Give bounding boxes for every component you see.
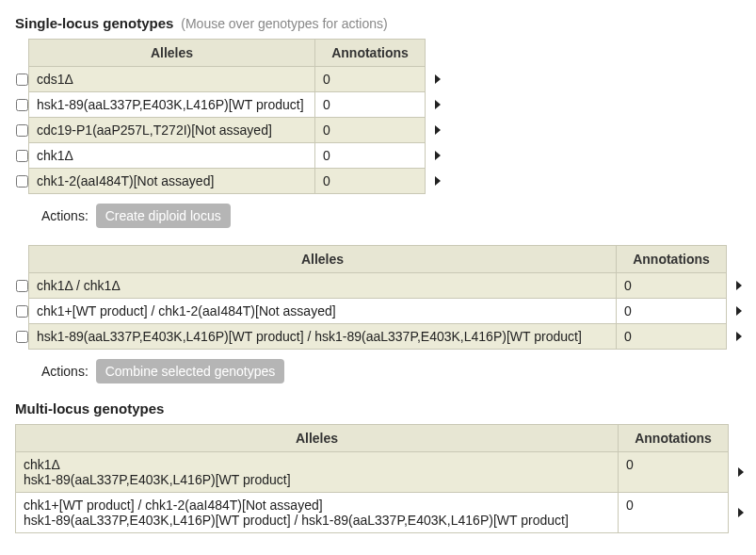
annotation-cell: 0 <box>315 118 426 143</box>
table-row[interactable]: chk1+[WT product] / chk1-2(aaI484T)[Not … <box>16 493 752 533</box>
row-checkbox-cell <box>15 273 29 299</box>
single-actions: Actions: Create diploid locus <box>41 204 741 228</box>
row-arrow-cell <box>727 324 750 350</box>
allele-cell: hsk1-89(aaL337P,E403K,L416P)[WT product]… <box>29 324 617 350</box>
allele-cell: chk1Δ <box>29 143 315 169</box>
annotation-cell: 0 <box>619 493 729 533</box>
row-arrow-cell <box>727 299 750 324</box>
expand-arrow-icon[interactable] <box>435 125 441 135</box>
row-arrow-cell <box>729 452 752 493</box>
table-row[interactable]: chk1Δ0 <box>15 143 448 169</box>
row-checkbox-cell <box>15 143 29 169</box>
create-diploid-button[interactable]: Create diploid locus <box>96 204 231 228</box>
row-checkbox-cell <box>15 299 29 324</box>
row-checkbox[interactable] <box>16 175 28 188</box>
allele-cell: cdc19-P1(aaP257L,T272I)[Not assayed] <box>29 118 315 143</box>
diploid-actions: Actions: Combine selected genotypes <box>41 359 741 384</box>
table-row[interactable]: cds1Δ0 <box>15 67 448 92</box>
row-arrow-cell <box>426 92 449 118</box>
allele-cell: chk1Δhsk1-89(aaL337P,E403K,L416P)[WT pro… <box>16 452 619 493</box>
alleles-header: Alleles <box>16 425 619 452</box>
table-row[interactable]: cdc19-P1(aaP257L,T272I)[Not assayed]0 <box>15 118 448 143</box>
allele-cell: chk1+[WT product] / chk1-2(aaI484T)[Not … <box>29 299 617 324</box>
expand-arrow-icon[interactable] <box>738 508 744 517</box>
multi-locus-table: Alleles Annotations chk1Δhsk1-89(aaL337P… <box>15 424 752 533</box>
row-checkbox-cell <box>15 92 29 118</box>
row-checkbox[interactable] <box>16 280 28 292</box>
expand-arrow-icon[interactable] <box>435 176 441 186</box>
annotation-cell: 0 <box>315 143 426 169</box>
alleles-header: Alleles <box>29 246 617 273</box>
table-row[interactable]: hsk1-89(aaL337P,E403K,L416P)[WT product]… <box>15 92 448 118</box>
annotation-cell: 0 <box>617 299 727 324</box>
annotations-header: Annotations <box>315 40 426 67</box>
row-checkbox-cell <box>15 169 29 194</box>
annotation-cell: 0 <box>315 169 426 194</box>
arrow-header <box>727 246 750 273</box>
alleles-header: Alleles <box>29 40 315 67</box>
expand-arrow-icon[interactable] <box>736 332 742 341</box>
annotations-header: Annotations <box>619 425 729 452</box>
allele-cell: chk1+[WT product] / chk1-2(aaI484T)[Not … <box>16 493 619 533</box>
checkbox-header <box>15 246 29 273</box>
actions-label: Actions: <box>41 208 88 223</box>
combine-genotypes-button[interactable]: Combine selected genotypes <box>96 359 285 384</box>
table-row[interactable]: chk1Δhsk1-89(aaL337P,E403K,L416P)[WT pro… <box>16 452 752 493</box>
annotation-cell: 0 <box>617 273 727 299</box>
single-locus-hint: (Mouse over genotypes for actions) <box>181 16 387 31</box>
arrow-header <box>729 425 752 452</box>
row-checkbox[interactable] <box>16 305 28 318</box>
table-row[interactable]: chk1-2(aaI484T)[Not assayed]0 <box>15 169 448 194</box>
single-locus-section: Single-locus genotypes (Mouse over genot… <box>15 15 741 384</box>
table-row[interactable]: chk1Δ / chk1Δ0 <box>15 273 749 299</box>
row-checkbox[interactable] <box>16 73 28 86</box>
row-arrow-cell <box>727 273 750 299</box>
row-checkbox[interactable] <box>16 124 28 137</box>
expand-arrow-icon[interactable] <box>435 74 441 84</box>
arrow-header <box>426 40 449 67</box>
expand-arrow-icon[interactable] <box>738 467 744 477</box>
allele-cell: hsk1-89(aaL337P,E403K,L416P)[WT product] <box>29 92 315 118</box>
expand-arrow-icon[interactable] <box>435 151 441 160</box>
row-checkbox[interactable] <box>16 99 28 111</box>
multi-locus-section: Multi-locus genotypes Alleles Annotation… <box>15 400 741 533</box>
row-arrow-cell <box>426 118 449 143</box>
row-checkbox[interactable] <box>16 150 28 162</box>
row-arrow-cell <box>426 67 449 92</box>
row-arrow-cell <box>729 493 752 533</box>
annotations-header: Annotations <box>617 246 727 273</box>
single-locus-title: Single-locus genotypes <box>15 15 173 31</box>
row-checkbox[interactable] <box>16 331 28 343</box>
multi-locus-title: Multi-locus genotypes <box>15 400 164 416</box>
table-row[interactable]: chk1+[WT product] / chk1-2(aaI484T)[Not … <box>15 299 749 324</box>
row-checkbox-cell <box>15 67 29 92</box>
table-row[interactable]: hsk1-89(aaL337P,E403K,L416P)[WT product]… <box>15 324 749 350</box>
allele-cell: cds1Δ <box>29 67 315 92</box>
checkbox-header <box>15 40 29 67</box>
row-checkbox-cell <box>15 118 29 143</box>
expand-arrow-icon[interactable] <box>736 281 742 290</box>
diploid-table: Alleles Annotations chk1Δ / chk1Δ0chk1+[… <box>15 245 749 350</box>
allele-cell: chk1-2(aaI484T)[Not assayed] <box>29 169 315 194</box>
allele-cell: chk1Δ / chk1Δ <box>29 273 617 299</box>
expand-arrow-icon[interactable] <box>736 306 742 316</box>
single-locus-table: Alleles Annotations cds1Δ0hsk1-89(aaL337… <box>15 39 448 194</box>
row-arrow-cell <box>426 169 449 194</box>
annotation-cell: 0 <box>619 452 729 493</box>
row-arrow-cell <box>426 143 449 169</box>
annotation-cell: 0 <box>617 324 727 350</box>
row-checkbox-cell <box>15 324 29 350</box>
expand-arrow-icon[interactable] <box>435 100 441 109</box>
annotation-cell: 0 <box>315 92 426 118</box>
annotation-cell: 0 <box>315 67 426 92</box>
actions-label: Actions: <box>41 364 88 379</box>
